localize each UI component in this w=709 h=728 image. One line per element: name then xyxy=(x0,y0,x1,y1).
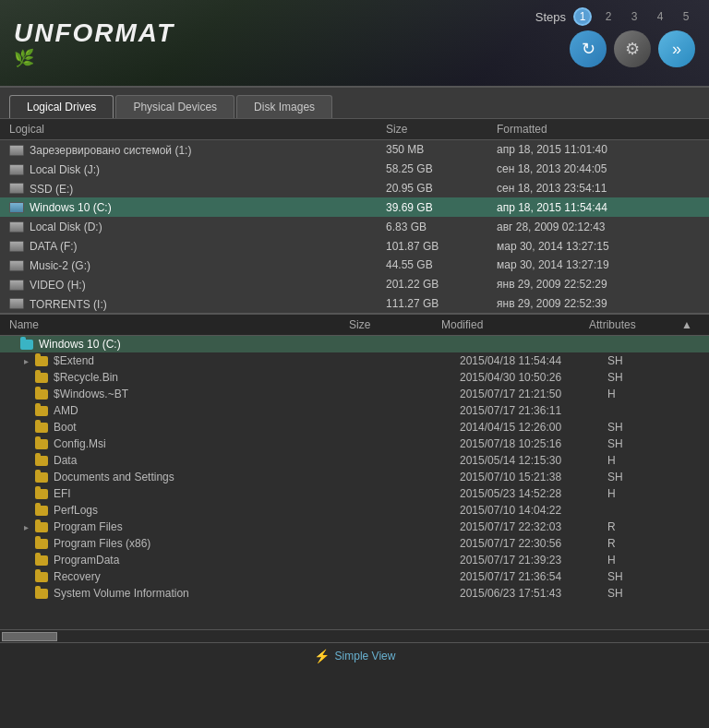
file-row[interactable]: ProgramData 2015/07/17 21:39:23 H xyxy=(0,552,709,568)
next-button[interactable]: » xyxy=(658,30,695,67)
file-row[interactable]: $Windows.~BT 2015/07/17 21:21:50 H xyxy=(0,386,709,402)
drive-row[interactable]: TORRENTS (I:) 111.27 GB янв 29, 2009 22:… xyxy=(0,294,709,314)
file-row[interactable]: Boot 2014/04/15 12:26:00 SH xyxy=(0,419,709,436)
tab-logical-drives[interactable]: Logical Drives xyxy=(9,95,114,118)
drive-formatted: апр 18, 2015 11:54:44 xyxy=(497,201,700,214)
file-modified: 2015/07/17 22:30:56 xyxy=(460,537,607,550)
drive-size: 350 MB xyxy=(386,143,497,156)
folder-icon xyxy=(35,373,48,383)
drive-row[interactable]: Local Disk (J:) 58.25 GB сен 18, 2013 20… xyxy=(0,160,709,179)
scrollbar-top-icon: ▲ xyxy=(681,318,700,331)
file-attributes: SH xyxy=(607,587,700,600)
horizontal-scrollbar[interactable] xyxy=(0,629,709,642)
scrollbar-thumb[interactable] xyxy=(2,632,57,641)
drive-row[interactable]: SSD (E:) 20.95 GB сен 18, 2013 23:54:11 xyxy=(0,179,709,198)
file-name: Program Files (x86) xyxy=(54,537,150,550)
step-2[interactable]: 2 xyxy=(599,7,618,26)
steps-area: Steps 1 2 3 4 5 ↻ ⚙ » xyxy=(535,7,695,67)
drive-name: SSD (E:) xyxy=(9,182,386,196)
file-row[interactable]: EFI 2015/05/23 14:52:28 H xyxy=(0,485,709,502)
file-attributes: SH xyxy=(607,421,700,434)
col-attributes: Attributes xyxy=(589,318,681,331)
col-name: Name xyxy=(9,318,349,331)
file-row[interactable]: Recovery 2015/07/17 21:36:54 SH xyxy=(0,568,709,585)
step-1[interactable]: 1 xyxy=(573,7,592,26)
file-row[interactable]: AMD 2015/07/17 21:36:11 xyxy=(0,402,709,419)
file-attributes: R xyxy=(607,537,700,550)
drive-name: Music-2 (G:) xyxy=(9,258,386,272)
file-attributes: H xyxy=(607,388,700,400)
drive-row[interactable]: VIDEO (H:) 201.22 GB янв 29, 2009 22:52:… xyxy=(0,275,709,294)
refresh-button[interactable]: ↻ xyxy=(570,30,607,67)
step-4[interactable]: 4 xyxy=(651,7,669,26)
drive-row[interactable]: DATA (F:) 101.87 GB мар 30, 2014 13:27:1… xyxy=(0,236,709,256)
file-row[interactable]: ▸ Program Files 2015/07/17 22:32:03 R xyxy=(0,519,709,535)
folder-icon xyxy=(35,506,48,516)
drive-row[interactable]: Local Disk (D:) 6.83 GB авг 28, 2009 02:… xyxy=(0,217,709,236)
file-row[interactable]: PerfLogs 2015/07/10 14:04:22 xyxy=(0,502,709,519)
file-attributes: SH xyxy=(607,471,700,483)
files-body[interactable]: Windows 10 (C:) ▸ $Extend 2015/04/18 11:… xyxy=(0,336,709,629)
step-3[interactable]: 3 xyxy=(625,7,643,26)
file-row-root[interactable]: Windows 10 (C:) xyxy=(0,336,709,352)
file-row[interactable]: Data 2015/05/14 12:15:30 H xyxy=(0,452,709,469)
file-name: $Extend xyxy=(54,354,94,367)
tab-physical-devices[interactable]: Physical Devices xyxy=(115,95,234,118)
file-row[interactable]: System Volume Information 2015/06/23 17:… xyxy=(0,585,709,602)
file-name: AMD xyxy=(54,404,78,417)
footer-label: Simple View xyxy=(335,650,396,662)
file-name: EFI xyxy=(54,487,71,500)
file-modified: 2015/04/18 11:54:44 xyxy=(460,354,607,367)
file-attributes: H xyxy=(607,554,700,567)
drive-formatted: янв 29, 2009 22:52:29 xyxy=(497,278,700,291)
drive-size: 6.83 GB xyxy=(386,221,497,233)
col-modified: Modified xyxy=(441,318,589,331)
folder-icon xyxy=(35,522,48,532)
step-5[interactable]: 5 xyxy=(677,7,695,26)
folder-icon xyxy=(35,406,48,416)
folder-icon xyxy=(20,340,33,350)
settings-button[interactable]: ⚙ xyxy=(614,30,651,67)
file-attributes: SH xyxy=(607,371,700,384)
drive-row[interactable]: Music-2 (G:) 44.55 GB мар 30, 2014 13:27… xyxy=(0,256,709,275)
file-attributes: SH xyxy=(607,354,700,367)
footer: ⚡ Simple View xyxy=(0,642,709,668)
drive-formatted: мар 30, 2014 13:27:15 xyxy=(497,240,700,253)
expand-icon: ▸ xyxy=(24,356,33,366)
drive-formatted: сен 18, 2013 23:54:11 xyxy=(497,182,700,195)
col-size: Size xyxy=(386,123,497,136)
drive-size: 44.55 GB xyxy=(386,258,497,271)
tab-disk-images[interactable]: Disk Images xyxy=(236,95,332,118)
file-name: Config.Msi xyxy=(54,437,106,450)
file-modified: 2015/07/17 21:36:11 xyxy=(460,404,607,417)
drive-row[interactable]: Зарезервировано системой (1:) 350 MB апр… xyxy=(0,140,709,160)
folder-icon xyxy=(35,472,48,483)
file-modified: 2014/04/15 12:26:00 xyxy=(460,421,607,434)
file-name: Recovery xyxy=(54,570,101,583)
folder-icon xyxy=(35,423,48,433)
file-name: System Volume Information xyxy=(54,587,189,600)
drive-row-selected[interactable]: Windows 10 (C:) 39.69 GB апр 18, 2015 11… xyxy=(0,197,709,217)
file-name: Boot xyxy=(54,421,77,434)
app-title: UNFORMAT xyxy=(14,18,174,48)
drive-size: 111.27 GB xyxy=(386,297,497,310)
file-name: Documents and Settings xyxy=(54,471,174,483)
file-row[interactable]: ▸ $Extend 2015/04/18 11:54:44 SH xyxy=(0,352,709,369)
folder-icon xyxy=(35,589,48,599)
steps-label: Steps 1 2 3 4 5 xyxy=(535,7,695,26)
file-attributes: H xyxy=(607,454,700,467)
file-name: Data xyxy=(54,454,77,467)
file-row[interactable]: Program Files (x86) 2015/07/17 22:30:56 … xyxy=(0,535,709,552)
drive-name: VIDEO (H:) xyxy=(9,278,386,292)
file-row[interactable]: Config.Msi 2015/07/18 10:25:16 SH xyxy=(0,436,709,452)
leaf-decoration: 🌿 xyxy=(14,48,34,68)
file-name: PerfLogs xyxy=(54,504,98,517)
file-row[interactable]: $Recycle.Bin 2015/04/30 10:50:26 SH xyxy=(0,369,709,386)
action-buttons: ↻ ⚙ » xyxy=(570,30,695,67)
file-row[interactable]: Documents and Settings 2015/07/10 15:21:… xyxy=(0,469,709,485)
file-modified: 2015/07/17 21:36:54 xyxy=(460,570,607,583)
file-name: ProgramData xyxy=(54,554,119,567)
file-modified: 2015/07/10 14:04:22 xyxy=(460,504,607,517)
folder-icon xyxy=(35,356,48,366)
file-attributes: SH xyxy=(607,570,700,583)
